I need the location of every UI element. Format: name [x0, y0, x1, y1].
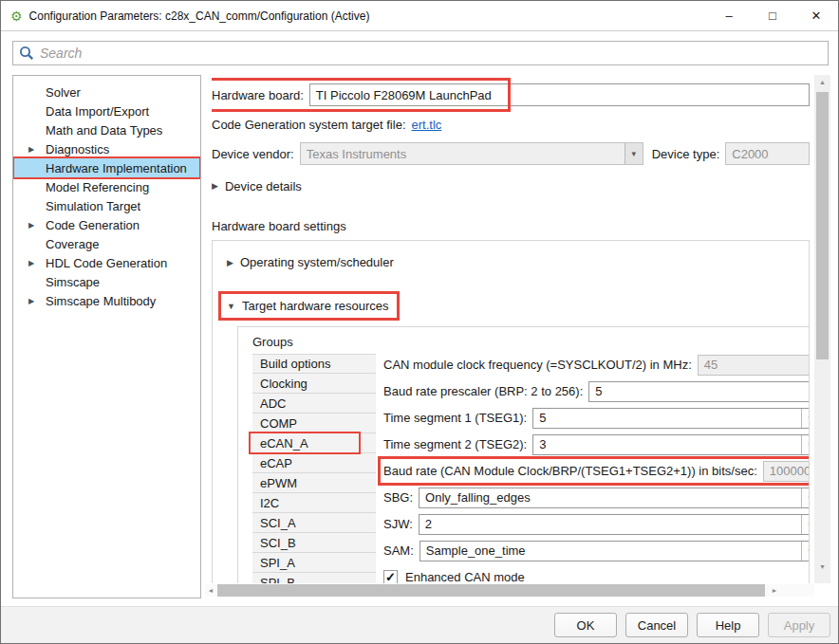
minimize-button[interactable]: –: [707, 1, 751, 30]
baud-rate-prescaler-field[interactable]: 5: [588, 381, 809, 402]
baud-rate-row: Baud rate (CAN Module Clock/BRP/(TSEG1+T…: [383, 460, 809, 482]
group-item-adc[interactable]: ADC: [252, 394, 376, 414]
sidebar-item-solver[interactable]: Solver: [13, 83, 200, 101]
tseg1-label: Time segment 1 (TSEG1):: [383, 411, 527, 425]
sidebar-item-label: Simulation Target: [46, 199, 140, 213]
scroll-left-icon[interactable]: ◄: [205, 587, 216, 594]
group-item-spi-a[interactable]: SPI_A: [252, 553, 376, 573]
tseg2-dropdown[interactable]: 3▾: [532, 434, 809, 455]
chevron-down-icon[interactable]: ▾: [801, 409, 809, 428]
group-item-label: SPI_B: [260, 576, 295, 584]
help-button[interactable]: Help: [697, 613, 759, 637]
target-hardware-resources-label: Target hardware resources: [242, 299, 389, 313]
baud-rate-prescaler-row: Baud rate prescaler (BRP: 2 to 256): 5: [383, 380, 809, 402]
enhanced-can-mode-label: Enhanced CAN mode: [405, 570, 525, 584]
group-item-ecap[interactable]: eCAP: [252, 453, 376, 473]
sbg-row: SBG: Only_falling_edges▾: [383, 487, 809, 508]
sidebar-item-label: Simscape: [46, 275, 100, 289]
tseg2-row: Time segment 2 (TSEG2): 3▾: [383, 433, 809, 455]
group-item-comp[interactable]: COMP: [252, 414, 376, 433]
chevron-down-icon[interactable]: ▾: [801, 515, 809, 534]
can-clock-frequency-label: CAN module clock frequency (=SYSCLKOUT/2…: [383, 358, 692, 372]
tseg1-row: Time segment 1 (TSEG1): 5▾: [383, 407, 809, 429]
device-row: Device vendor: Texas Instruments ▾ Devic…: [212, 141, 810, 166]
search-bar[interactable]: [12, 41, 829, 65]
group-item-i2c[interactable]: I2C: [252, 493, 376, 513]
sbg-value: Only_falling_edges: [420, 490, 801, 505]
device-vendor-value: Texas Instruments: [301, 147, 625, 161]
hardware-board-settings-title: Hardware board settings: [212, 219, 810, 233]
sidebar-item-simscape[interactable]: Simscape: [13, 272, 200, 291]
tseg1-dropdown[interactable]: 5▾: [532, 408, 809, 429]
sidebar-item-code-generation[interactable]: ▶Code Generation: [13, 215, 200, 234]
sidebar-item-label: Coverage: [46, 237, 99, 251]
sidebar-item-simulation-target[interactable]: Simulation Target: [13, 196, 200, 215]
sam-dropdown[interactable]: Sample_one_time▾: [420, 541, 809, 561]
sidebar-item-math-and-data-types[interactable]: Math and Data Types: [13, 120, 200, 139]
group-item-spi-b[interactable]: SPI_B: [252, 573, 376, 583]
group-item-label: SCI_A: [260, 516, 296, 530]
sidebar-item-hardware-implementation[interactable]: Hardware Implementation: [13, 158, 200, 177]
group-item-clocking[interactable]: Clocking: [252, 374, 376, 394]
device-vendor-label: Device vendor:: [212, 147, 294, 161]
scroll-down-icon[interactable]: ▼: [814, 563, 830, 570]
close-button[interactable]: ✕: [794, 1, 838, 30]
sidebar-item-diagnostics[interactable]: ▶Diagnostics: [13, 139, 200, 158]
hardware-board-combobox[interactable]: TI Piccolo F28069M LaunchPad: [309, 83, 810, 106]
chevron-right-icon: ▶: [212, 181, 218, 191]
chevron-down-icon[interactable]: ▾: [801, 542, 809, 561]
sidebar-item-hdl-code-generation[interactable]: ▶HDL Code Generation: [13, 253, 200, 272]
sbg-dropdown[interactable]: Only_falling_edges▾: [419, 488, 809, 508]
sidebar-item-simscape-multibody[interactable]: ▶Simscape Multibody: [13, 291, 200, 310]
horizontal-scrollbar[interactable]: ◄ ►: [205, 584, 814, 597]
cancel-button[interactable]: Cancel: [625, 613, 688, 637]
target-hardware-resources-expander[interactable]: ▼ Target hardware resources: [227, 299, 389, 313]
horizontal-scrollbar-thumb[interactable]: [217, 584, 765, 597]
group-item-sci-b[interactable]: SCI_B: [252, 533, 376, 553]
vertical-scrollbar[interactable]: ▲ ▼: [814, 75, 830, 583]
sjw-row: SJW: 2▾: [383, 513, 809, 535]
group-item-sci-a[interactable]: SCI_A: [252, 513, 376, 533]
window-title: Configuration Parameters: c28x_CAN_comm/…: [29, 9, 370, 23]
sidebar-item-data-import-export[interactable]: Data Import/Export: [13, 101, 200, 120]
os-scheduler-expander[interactable]: ▶ Operating system/scheduler: [227, 255, 809, 269]
group-item-ecan-a[interactable]: eCAN_A: [252, 433, 376, 453]
sidebar-item-coverage[interactable]: Coverage: [13, 234, 200, 253]
enhanced-can-mode-checkbox[interactable]: ✓: [383, 570, 398, 584]
vertical-scrollbar-thumb[interactable]: [816, 92, 829, 359]
groups-title: Groups: [252, 335, 809, 349]
sidebar-item-label: Diagnostics: [46, 142, 109, 156]
ert-tlc-link[interactable]: ert.tlc: [412, 118, 442, 132]
chevron-right-icon[interactable]: ▶: [28, 145, 46, 154]
maximize-button[interactable]: □: [751, 1, 794, 30]
chevron-down-icon[interactable]: ▾: [801, 435, 809, 454]
sjw-label: SJW:: [383, 517, 413, 531]
chevron-right-icon: ▶: [227, 258, 233, 267]
simulink-gear-icon: ⚙: [10, 9, 23, 23]
chevron-right-icon[interactable]: ▶: [28, 259, 46, 267]
group-item-epwm[interactable]: ePWM: [252, 473, 376, 493]
sidebar-item-model-referencing[interactable]: Model Referencing: [13, 177, 200, 196]
window-controls: – □ ✕: [707, 1, 838, 30]
scroll-right-icon[interactable]: ►: [769, 587, 780, 594]
sidebar-item-label: Simscape Multibody: [46, 294, 156, 308]
search-input[interactable]: [40, 46, 822, 61]
system-target-file-label: Code Generation system target file:: [212, 118, 406, 132]
group-item-build-options[interactable]: Build options: [252, 354, 376, 374]
group-item-label: SPI_A: [260, 556, 295, 570]
hardware-board-row: Hardware board: TI Piccolo F28069M Launc…: [212, 83, 810, 107]
ok-button[interactable]: OK: [554, 613, 617, 637]
baud-rate-label: Baud rate (CAN Module Clock/BRP/(TSEG1+T…: [383, 464, 757, 478]
system-target-file-row: Code Generation system target file: ert.…: [212, 116, 810, 133]
group-item-label: eCAN_A: [260, 436, 308, 451]
chevron-right-icon[interactable]: ▶: [28, 221, 46, 230]
device-details-expander[interactable]: ▶ Device details: [212, 178, 810, 193]
target-hardware-resources-panel: Groups Build options Clocking ADC COMP e…: [237, 326, 809, 583]
can-clock-frequency-row: CAN module clock frequency (=SYSCLKOUT/2…: [383, 354, 809, 376]
scroll-up-icon[interactable]: ▲: [814, 79, 830, 85]
sjw-dropdown[interactable]: 2▾: [419, 514, 809, 535]
category-tree: Solver Data Import/Export Math and Data …: [12, 75, 201, 598]
group-item-label: eCAP: [260, 456, 292, 470]
chevron-down-icon[interactable]: ▾: [801, 488, 809, 507]
chevron-right-icon[interactable]: ▶: [28, 297, 46, 305]
